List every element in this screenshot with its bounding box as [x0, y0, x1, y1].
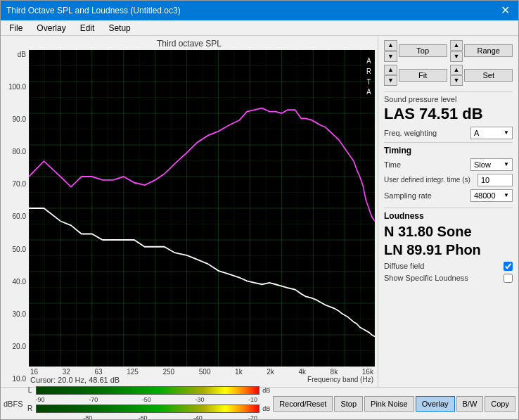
x-label-4k: 4k [298, 368, 306, 376]
fit-up-button[interactable]: ▲ [384, 65, 397, 75]
bw-button[interactable]: B/W [456, 396, 484, 412]
stop-button[interactable]: Stop [334, 396, 363, 412]
time-dropdown-arrow-icon: ▼ [504, 161, 509, 167]
diffuse-field-checkbox[interactable] [504, 262, 513, 271]
tick-r-80: -80 [83, 414, 92, 421]
chart-area: Third octave SPL dB 100.0 90.0 80.0 70.0… [1, 36, 378, 387]
record-reset-button[interactable]: Record/Reset [273, 396, 333, 412]
y-label-20: 20.0 [13, 343, 26, 350]
tick-l-10: -10 [248, 396, 257, 403]
range-up-button[interactable]: ▲ [450, 40, 463, 51]
chart-title: Third octave SPL [4, 39, 375, 49]
svg-text:A: A [366, 57, 371, 65]
menu-bar: File Overlay Edit Setup [1, 20, 518, 36]
freq-weighting-label: Freq. weighting [384, 129, 437, 137]
x-label-500: 500 [199, 368, 211, 376]
menu-file[interactable]: File [4, 22, 28, 34]
main-content: Third octave SPL dB 100.0 90.0 80.0 70.0… [1, 36, 518, 387]
y-label-80: 80.0 [13, 148, 26, 155]
tick-l-30: -30 [195, 396, 204, 403]
x-label-63: 63 [94, 368, 102, 376]
timing-title: Timing [384, 146, 513, 155]
y-label-30: 30.0 [13, 311, 26, 318]
loudness-n-value: N 31.80 Sone [384, 222, 513, 241]
y-label-60: 60.0 [13, 213, 26, 220]
meter-track-r [36, 405, 260, 413]
diffuse-field-row: Diffuse field [384, 262, 513, 271]
x-label-8k: 8k [331, 368, 338, 376]
fit-button[interactable]: Fit [399, 69, 447, 82]
level-meter: L dB -90 -70 -50 -30 -10 R dB [26, 386, 271, 421]
set-up-button[interactable]: ▲ [450, 65, 463, 75]
sampling-dropdown[interactable]: 48000 ▼ [470, 189, 513, 202]
integr-row: User defined integr. time (s) [384, 174, 513, 186]
set-button[interactable]: Set [464, 69, 513, 82]
close-button[interactable]: ✕ [498, 5, 513, 16]
y-label-70: 70.0 [13, 181, 26, 188]
meter-row-r: R dB [26, 405, 271, 413]
action-buttons: Record/Reset Stop Pink Noise Overlay B/W… [273, 396, 515, 412]
time-label: Time [384, 160, 470, 169]
meter-tick-labels-bottom: -80 -60 -40 -20 [26, 414, 271, 421]
menu-setup[interactable]: Setup [103, 22, 136, 34]
chart-plot: A R T A [29, 50, 375, 367]
freq-weighting-row: Freq. weighting A ▼ [384, 127, 513, 139]
y-label-90: 90.0 [13, 116, 26, 123]
cursor-info: Cursor: 20.0 Hz, 48.61 dB [30, 376, 120, 384]
loudness-section: Loudness N 31.80 Sone LN 89.91 Phon Diff… [384, 208, 513, 283]
x-label-2k: 2k [267, 368, 274, 376]
db-label-l: dB [262, 387, 270, 394]
x-label-16k: 16k [362, 368, 373, 376]
spl-section-label: Sound pressure level [384, 95, 513, 103]
freq-weighting-value: A [474, 129, 479, 137]
tick-l-90: -90 [36, 396, 45, 403]
loudness-title: Loudness [384, 211, 513, 221]
x-axis: 16 32 63 125 250 500 1k 2k 4k 8k 16k [29, 368, 375, 376]
range-button[interactable]: Range [464, 44, 513, 57]
chart-svg: A R T A [29, 50, 375, 367]
integr-input[interactable] [478, 174, 513, 186]
freq-weighting-dropdown[interactable]: A ▼ [470, 127, 513, 139]
tick-r-60: -60 [139, 414, 148, 421]
time-dropdown[interactable]: Slow ▼ [470, 158, 513, 171]
y-label-40: 40.0 [13, 279, 26, 286]
range-down-button[interactable]: ▼ [450, 51, 463, 62]
top-down-button[interactable]: ▼ [384, 51, 397, 62]
chart-container: dB 100.0 90.0 80.0 70.0 60.0 50.0 40.0 3… [4, 50, 375, 384]
sampling-dropdown-arrow-icon: ▼ [504, 192, 509, 198]
fit-down-button[interactable]: ▼ [384, 75, 397, 86]
menu-edit[interactable]: Edit [75, 22, 101, 34]
window-title: Third Octave SPL and Loudness (Untitled.… [6, 6, 181, 15]
integr-label: User defined integr. time (s) [384, 176, 478, 184]
range-control: ▲ ▼ Range [450, 40, 513, 62]
show-specific-checkbox[interactable] [504, 274, 513, 283]
top-up-button[interactable]: ▲ [384, 40, 397, 51]
bottom-bar: dBFS L dB -90 -70 -50 -30 -10 [1, 387, 518, 419]
sampling-label: Sampling rate [384, 191, 470, 200]
pink-noise-button[interactable]: Pink Noise [364, 396, 414, 412]
chart-info-row: Cursor: 20.0 Hz, 48.61 dB Frequency band… [29, 376, 375, 384]
main-window: Third Octave SPL and Loudness (Untitled.… [0, 0, 519, 420]
svg-text:R: R [366, 67, 371, 75]
tick-l-70: -70 [89, 396, 98, 403]
y-label-100: 100.0 [8, 84, 26, 91]
copy-button[interactable]: Copy [485, 396, 515, 412]
diffuse-field-label: Diffuse field [384, 262, 424, 270]
show-specific-label: Show Specific Loudness [384, 274, 468, 282]
top-control: ▲ ▼ Top [384, 40, 447, 62]
meter-row-l: L dB [26, 386, 271, 395]
set-control: ▲ ▼ Set [450, 65, 513, 87]
tick-r-space [36, 414, 38, 421]
title-bar: Third Octave SPL and Loudness (Untitled.… [1, 1, 518, 20]
y-label-50: 50.0 [13, 246, 26, 253]
fit-control: ▲ ▼ Fit [384, 65, 447, 87]
overlay-button[interactable]: Overlay [416, 396, 455, 412]
menu-overlay[interactable]: Overlay [31, 22, 71, 34]
right-panel: ▲ ▼ Top ▲ ▼ Range ▲ ▼ [378, 36, 518, 387]
set-down-button[interactable]: ▼ [450, 75, 463, 86]
tick-l-50: -50 [142, 396, 151, 403]
y-axis: dB 100.0 90.0 80.0 70.0 60.0 50.0 40.0 3… [4, 50, 29, 384]
top-button[interactable]: Top [399, 44, 447, 57]
channel-r-label: R [26, 405, 34, 412]
y-label-10: 10.0 [13, 376, 26, 383]
